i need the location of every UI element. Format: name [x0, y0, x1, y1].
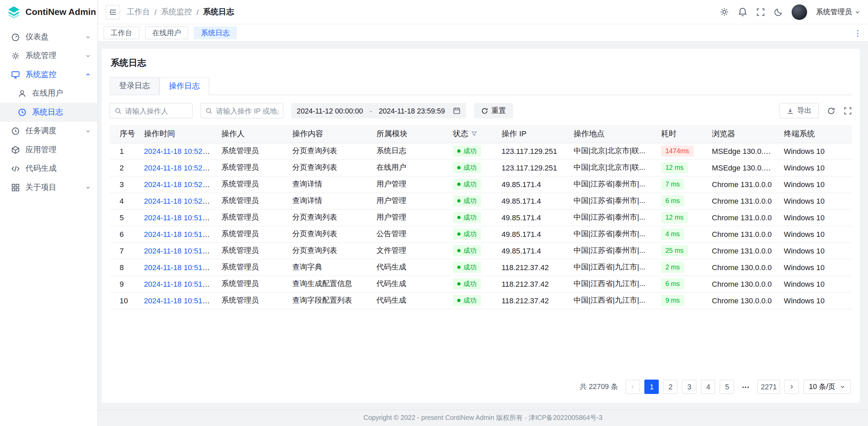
ip-search-input[interactable]: [216, 106, 278, 115]
fullscreen-icon[interactable]: [756, 7, 765, 16]
dark-mode-moon-icon[interactable]: [774, 7, 783, 16]
log-time-link[interactable]: 2024-11-18 10:51:53: [144, 230, 213, 238]
cell-browser: Chrome 131.0.0.0: [706, 226, 778, 242]
sidebar-item-task-schedule[interactable]: 任务调度: [0, 122, 97, 141]
cell-status: 成功: [447, 143, 496, 159]
sidebar-item-system-management[interactable]: 系统管理: [0, 46, 97, 65]
pagination-page-button[interactable]: 3: [682, 380, 696, 394]
breadcrumb-current: 系统日志: [203, 7, 234, 17]
table-header-row: 序号 操作时间 操作人 操作内容 所属模块 状态: [110, 125, 852, 143]
cell-os: Windows 10: [778, 226, 852, 242]
log-time-link[interactable]: 2024-11-18 10:52:12: [144, 180, 213, 188]
export-button[interactable]: 导出: [780, 103, 819, 119]
tab-operation-log[interactable]: 操作日志: [159, 78, 209, 95]
tab-system-log[interactable]: 系统日志: [194, 26, 237, 39]
sidebar-item-online-users[interactable]: 在线用户: [0, 84, 97, 103]
table-row: 7 2024-11-18 10:51:52 系统管理员 分页查询列表 文件管理 …: [110, 242, 852, 259]
chevron-up-icon: [85, 72, 91, 77]
page-size-select[interactable]: 10 条/页: [803, 380, 851, 394]
pagination-page-button[interactable]: 1: [645, 380, 659, 394]
column-header-duration: 耗时: [655, 125, 706, 143]
sidebar-item-dashboard[interactable]: 仪表盘: [0, 28, 97, 47]
log-time-link[interactable]: 2024-11-18 10:52:55: [144, 147, 213, 155]
status-dot-icon: [457, 232, 461, 236]
cell-browser: MSEdge 130.0.0.0: [706, 143, 778, 159]
sidebar-menu: 仪表盘 系统管理 系统监控 在线用户 系统日志: [0, 24, 97, 197]
app-logo: ContiNew Admin: [0, 0, 97, 24]
cell-location: 中国|北京|北京市|联...: [568, 143, 655, 159]
cell-index: 9: [110, 276, 138, 292]
cell-duration: 1474ms: [655, 143, 706, 159]
table-row: 4 2024-11-18 10:52:05 系统管理员 查询详情 用户管理 成功: [110, 192, 852, 209]
table-row: 10 2024-11-18 10:51:49 系统管理员 查询字段配置列表 代码…: [110, 292, 852, 309]
sidebar-item-system-monitor[interactable]: 系统监控: [0, 65, 97, 84]
filter-funnel-icon[interactable]: [471, 131, 477, 137]
table-row: 1 2024-11-18 10:52:55 系统管理员 分页查询列表 系统日志 …: [110, 143, 852, 159]
table-fullscreen-icon[interactable]: [844, 106, 852, 115]
tabs-more-icon[interactable]: ⋮: [854, 28, 863, 38]
cell-index: 3: [110, 176, 138, 192]
copyright-text: Copyright © 2022 - present ContiNew Admi…: [363, 413, 603, 423]
cell-os: Windows 10: [778, 276, 852, 292]
pagination-ellipsis[interactable]: •••: [739, 380, 753, 394]
log-time-link[interactable]: 2024-11-18 10:52:47: [144, 163, 213, 171]
cell-module: 文件管理: [371, 242, 447, 259]
sidebar-item-system-log[interactable]: 系统日志: [0, 103, 97, 122]
refresh-icon[interactable]: [827, 106, 835, 115]
sidebar-item-code-generation[interactable]: 代码生成: [0, 159, 97, 178]
log-time-link[interactable]: 2024-11-18 10:52:05: [144, 197, 213, 205]
tab-login-log[interactable]: 登录日志: [110, 77, 159, 95]
status-dot-icon: [457, 249, 461, 252]
duration-badge: 6 ms: [661, 195, 684, 206]
user-menu[interactable]: 系统管理员: [816, 7, 861, 17]
cell-content: 分页查询列表: [287, 209, 371, 226]
cell-time: 2024-11-18 10:52:12: [138, 176, 216, 192]
pagination-prev-button[interactable]: [626, 380, 640, 394]
user-avatar[interactable]: [792, 4, 807, 20]
cell-os: Windows 10: [778, 259, 852, 276]
status-dot-icon: [457, 216, 461, 219]
pagination-page-button[interactable]: 2: [664, 380, 678, 394]
cell-time: 2024-11-18 10:51:49: [138, 292, 216, 309]
log-time-link[interactable]: 2024-11-18 10:51:52: [144, 246, 213, 255]
breadcrumb-item[interactable]: 系统监控: [161, 7, 192, 17]
operator-search-input[interactable]: [125, 106, 188, 115]
cell-status: 成功: [447, 159, 496, 176]
pagination-page-button[interactable]: 2271: [757, 380, 780, 394]
cell-location: 中国|江苏省|泰州市|...: [568, 192, 655, 209]
pagination-page-button[interactable]: 4: [701, 380, 715, 394]
log-time-link[interactable]: 2024-11-18 10:51:50: [144, 263, 213, 271]
column-header-index: 序号: [110, 125, 138, 143]
sidebar-item-about-project[interactable]: 关于项目: [0, 178, 97, 197]
reset-button[interactable]: 重置: [474, 103, 513, 119]
pagination-page-button[interactable]: 5: [720, 380, 734, 394]
status-badge: 成功: [453, 262, 481, 273]
tab-online-users[interactable]: 在线用户: [145, 26, 188, 39]
cell-index: 6: [110, 226, 138, 242]
ip-search-field[interactable]: [200, 103, 283, 119]
log-time-link[interactable]: 2024-11-18 10:51:49: [144, 280, 213, 288]
log-time-link[interactable]: 2024-11-18 10:51:55: [144, 213, 213, 221]
cell-ip: 49.85.171.4: [496, 209, 568, 226]
sidebar-item-app-management[interactable]: 应用管理: [0, 141, 97, 160]
notification-bell-icon[interactable]: [738, 7, 747, 17]
tab-workbench[interactable]: 工作台: [103, 26, 139, 39]
date-range-picker[interactable]: 2024-11-12 00:00:00 - 2024-11-18 23:59:5…: [291, 103, 466, 119]
cell-time: 2024-11-18 10:52:05: [138, 192, 216, 209]
cell-module: 代码生成: [371, 292, 447, 309]
cell-duration: 2 ms: [655, 259, 706, 276]
settings-icon[interactable]: [719, 7, 729, 17]
cell-content: 查询字段配置列表: [287, 292, 371, 309]
pagination-next-button[interactable]: [785, 380, 799, 394]
table-toolbar-right: 导出: [780, 103, 852, 119]
cell-location: 中国|江西省|九江市|...: [568, 259, 655, 276]
brand-logo-icon: [7, 5, 21, 19]
operator-search-field[interactable]: [110, 103, 193, 119]
sidebar-collapse-button[interactable]: [106, 5, 120, 19]
cell-location: 中国|江苏省|泰州市|...: [568, 226, 655, 242]
log-time-link[interactable]: 2024-11-18 10:51:49: [144, 296, 213, 304]
breadcrumb-item[interactable]: 工作台: [127, 7, 150, 17]
cell-location: 中国|江西省|九江市|...: [568, 276, 655, 292]
chevron-down-icon: [85, 53, 91, 59]
cell-browser: Chrome 131.0.0.0: [706, 242, 778, 259]
